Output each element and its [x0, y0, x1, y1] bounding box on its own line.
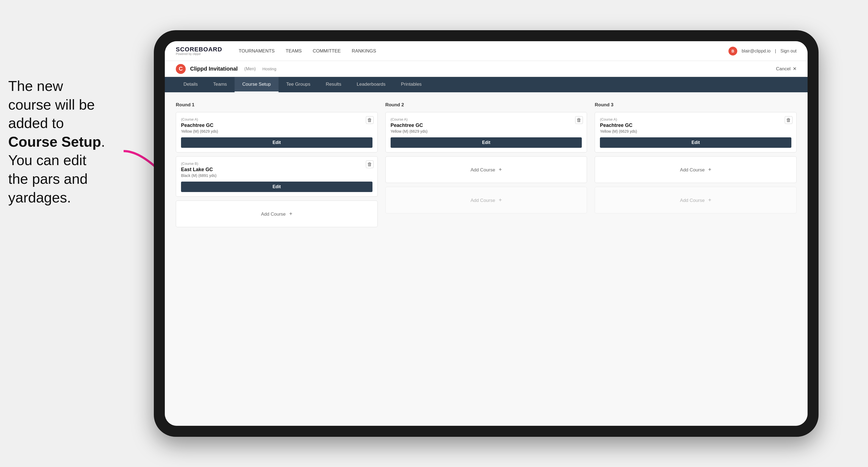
avatar: B [728, 47, 737, 56]
nav-separator: | [775, 49, 776, 54]
round-1-course-b-details: Black (M) (6891 yds) [181, 173, 372, 178]
round-1-course-a-edit-button[interactable]: Edit [181, 137, 372, 148]
round-2-add-course-disabled-text: Add Course + [470, 197, 502, 203]
round-2-course-a-card: (Course A) Peachtree GC Yellow (M) (6629… [385, 112, 587, 152]
round-2-column: Round 2 (Course A) Peachtree GC Yellow (… [385, 102, 587, 231]
round-1-course-a-delete-button[interactable]: 🗑 [366, 116, 374, 124]
cancel-label: Cancel [776, 66, 790, 72]
main-content: Round 1 (Course A) Peachtree GC Yellow (… [165, 92, 808, 426]
tournament-bar: C Clippd Invitational (Men) Hosting Canc… [165, 61, 808, 77]
round-3-add-course-disabled-text: Add Course + [680, 197, 711, 203]
round-3-column: Round 3 (Course A) Peachtree GC Yellow (… [595, 102, 797, 231]
round-1-course-a-label: (Course A) [181, 117, 372, 121]
plus-icon: + [289, 211, 292, 217]
plus-icon: + [708, 166, 711, 173]
round-3-course-a-label: (Course A) [600, 117, 792, 121]
round-1-column: Round 1 (Course A) Peachtree GC Yellow (… [176, 102, 378, 231]
tab-nav: Details Teams Course Setup Tee Groups Re… [165, 77, 808, 92]
round-3-course-a-delete-button[interactable]: 🗑 [785, 116, 793, 124]
round-3-course-a-details: Yellow (M) (6629 yds) [600, 129, 792, 133]
round-3-course-a-name: Peachtree GC [600, 123, 792, 128]
round-3-add-course-button[interactable]: Add Course + [595, 156, 797, 183]
round-1-course-b-delete-button[interactable]: 🗑 [366, 160, 374, 168]
round-2-course-a-delete-button[interactable]: 🗑 [575, 116, 583, 124]
tab-teams[interactable]: Teams [206, 77, 235, 92]
round-2-course-a-details: Yellow (M) (6629 yds) [391, 129, 582, 133]
nav-user: B blair@clippd.io | Sign out [728, 47, 797, 56]
round-2-add-course-text: Add Course + [470, 166, 502, 173]
tab-details[interactable]: Details [176, 77, 206, 92]
round-1-course-b-edit-button[interactable]: Edit [181, 182, 372, 192]
round-2-add-course-button[interactable]: Add Course + [385, 156, 587, 183]
nav-links: TOURNAMENTS TEAMS COMMITTEE RANKINGS [239, 47, 712, 55]
cancel-button[interactable]: Cancel ✕ [776, 66, 797, 72]
round-1-course-b-card: (Course B) East Lake GC Black (M) (6891 … [176, 156, 378, 197]
clippd-logo: C [176, 64, 186, 74]
close-icon: ✕ [793, 66, 797, 72]
nav-link-rankings[interactable]: RANKINGS [351, 47, 376, 55]
round-3-add-course-disabled: Add Course + [595, 187, 797, 213]
user-email: blair@clippd.io [742, 49, 771, 54]
tab-printables[interactable]: Printables [393, 77, 430, 92]
round-3-add-course-text: Add Course + [680, 166, 711, 173]
nav-link-committee[interactable]: COMMITTEE [313, 47, 341, 55]
scoreboard-logo: SCOREBOARD Powered by clippd [176, 46, 222, 56]
round-1-course-b-label: (Course B) [181, 161, 372, 166]
round-3-label: Round 3 [595, 102, 797, 108]
sign-out-link[interactable]: Sign out [780, 49, 797, 54]
round-2-course-a-edit-button[interactable]: Edit [391, 137, 582, 148]
plus-icon: + [499, 166, 502, 173]
tournament-status: Hosting [262, 66, 276, 71]
tab-tee-groups[interactable]: Tee Groups [279, 77, 318, 92]
round-1-add-course-text: Add Course + [261, 211, 292, 217]
round-1-course-b-name: East Lake GC [181, 167, 372, 173]
round-1-add-course-button[interactable]: Add Course + [176, 200, 378, 227]
round-3-course-a-card: (Course A) Peachtree GC Yellow (M) (6629… [595, 112, 797, 152]
rounds-grid: Round 1 (Course A) Peachtree GC Yellow (… [176, 102, 797, 231]
round-2-label: Round 2 [385, 102, 587, 108]
tab-leaderboards[interactable]: Leaderboards [349, 77, 393, 92]
logo-main-text: SCOREBOARD [176, 46, 222, 53]
tournament-info: C Clippd Invitational (Men) Hosting [176, 64, 276, 74]
tab-results[interactable]: Results [318, 77, 349, 92]
tournament-gender: (Men) [244, 66, 256, 71]
nav-link-teams[interactable]: TEAMS [286, 47, 302, 55]
left-annotation: The new course will be added to Course S… [8, 77, 124, 207]
logo-sub-text: Powered by clippd [176, 53, 222, 56]
tab-course-setup[interactable]: Course Setup [235, 77, 279, 92]
round-1-course-a-card: (Course A) Peachtree GC Yellow (M) (6629… [176, 112, 378, 152]
nav-link-tournaments[interactable]: TOURNAMENTS [239, 47, 275, 55]
round-2-course-a-name: Peachtree GC [391, 123, 582, 128]
round-1-label: Round 1 [176, 102, 378, 108]
tablet: SCOREBOARD Powered by clippd TOURNAMENTS… [154, 30, 818, 437]
tablet-screen: SCOREBOARD Powered by clippd TOURNAMENTS… [165, 41, 808, 426]
round-1-course-a-details: Yellow (M) (6629 yds) [181, 129, 372, 133]
round-3-course-a-edit-button[interactable]: Edit [600, 137, 792, 148]
round-1-course-a-name: Peachtree GC [181, 123, 372, 128]
round-2-course-a-label: (Course A) [391, 117, 582, 121]
round-2-add-course-disabled: Add Course + [385, 187, 587, 213]
top-nav: SCOREBOARD Powered by clippd TOURNAMENTS… [165, 41, 808, 61]
tournament-name: Clippd Invitational [190, 66, 238, 72]
